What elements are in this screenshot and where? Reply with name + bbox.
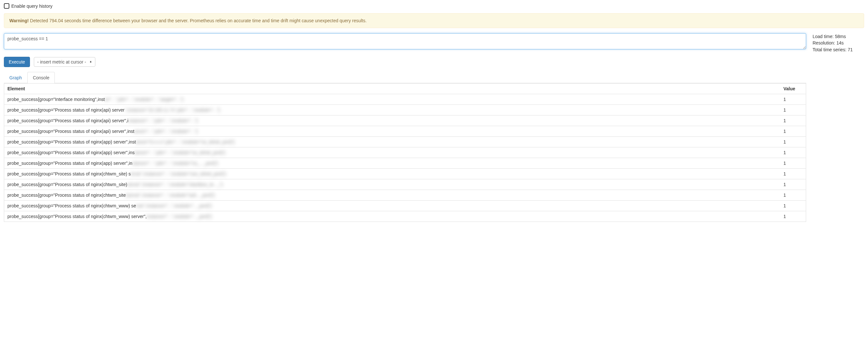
stat-total-series: Total time series: 71 — [813, 47, 864, 53]
element-prefix: probe_success{group="Process status of n… — [7, 118, 128, 123]
element-redacted: nstance="...",job="...",module="..."} — [128, 118, 197, 123]
metric-select[interactable]: - insert metric at cursor - ▲▼ — [34, 57, 96, 67]
element-redacted: )server",instance="...",module="ack..._p… — [126, 193, 215, 198]
element-redacted: a="...",job="...",module="...",target=".… — [105, 97, 183, 102]
value-cell: 1 — [780, 158, 806, 169]
element-redacted: erver",instance="...",module="oox_telnet… — [131, 171, 226, 176]
metric-select-label: - insert metric at cursor - — [37, 59, 86, 64]
element-prefix: probe_success{group="Process status of n… — [7, 203, 136, 208]
value-cell: 1 — [780, 137, 806, 147]
warning-alert: Warning! Detected 794.04 seconds time di… — [4, 13, 864, 28]
element-prefix: probe_success{group="Process status of n… — [7, 129, 134, 134]
enable-history-checkbox[interactable] — [4, 3, 9, 9]
element-cell: probe_success{group="Process status of n… — [4, 147, 780, 158]
table-row: probe_success{group="Process status of n… — [4, 115, 806, 126]
element-cell: probe_success{group="Process status of n… — [4, 211, 780, 222]
table-row: probe_success{group="Process status of n… — [4, 169, 806, 179]
enable-history-label: Enable query history — [11, 4, 53, 9]
element-prefix: probe_success{group="Process status of n… — [7, 150, 135, 155]
table-row: probe_success{group="Process status of n… — [4, 137, 806, 147]
element-cell: probe_success{group="Process status of n… — [4, 179, 780, 190]
query-input[interactable] — [4, 33, 806, 49]
element-prefix: probe_success{group="Process status of n… — [7, 161, 132, 166]
element-redacted: instance="...",module="..._port]"} — [147, 214, 212, 219]
element-cell: probe_success{group="Process status of n… — [4, 158, 780, 169]
warning-text: Detected 794.04 seconds time difference … — [29, 18, 367, 23]
element-cell: probe_success{group="Interface monitorin… — [4, 94, 780, 105]
table-row: probe_success{group="Process status of n… — [4, 201, 806, 211]
element-cell: probe_success{group="Process status of n… — [4, 126, 780, 137]
element-redacted: server",instance="...",module="olackbox_… — [127, 182, 223, 187]
element-prefix: probe_success{group="Process status of n… — [7, 182, 127, 187]
element-redacted: stance="...",job="...",module="ox_..._po… — [132, 161, 218, 166]
table-row: probe_success{group="Process status of n… — [4, 105, 806, 115]
value-cell: 1 — [780, 94, 806, 105]
element-prefix: probe_success{group="Process status of n… — [7, 107, 124, 113]
element-prefix: probe_success{group="Process status of n… — [7, 214, 147, 219]
element-prefix: probe_success{group="Process status of n… — [7, 171, 131, 176]
stat-resolution: Resolution: 14s — [813, 40, 864, 46]
execute-button[interactable]: Execute — [4, 57, 30, 67]
element-prefix: probe_success{group="Interface monitorin… — [7, 97, 105, 102]
element-prefix: probe_success{group="Process status of n… — [7, 139, 136, 144]
value-cell: 1 — [780, 115, 806, 126]
table-row: probe_success{group="Process status of n… — [4, 211, 806, 222]
table-row: probe_success{group="Interface monitorin… — [4, 94, 806, 105]
value-cell: 1 — [780, 147, 806, 158]
value-cell: 1 — [780, 126, 806, 137]
element-cell: probe_success{group="Process status of n… — [4, 137, 780, 147]
table-row: probe_success{group="Process status of n… — [4, 190, 806, 201]
value-cell: 1 — [780, 190, 806, 201]
element-cell: probe_success{group="Process status of n… — [4, 190, 780, 201]
tab-graph[interactable]: Graph — [4, 72, 27, 83]
value-cell: 1 — [780, 179, 806, 190]
warning-strong: Warning! — [9, 18, 29, 23]
element-redacted: rver",instance="...",module="..._port]"} — [136, 203, 212, 208]
value-cell: 1 — [780, 211, 806, 222]
element-cell: probe_success{group="Process status of n… — [4, 105, 780, 115]
col-value-header: Value — [780, 84, 806, 94]
table-row: probe_success{group="Process status of n… — [4, 147, 806, 158]
results-table: Element Value probe_success{group="Inter… — [4, 83, 806, 222]
element-cell: probe_success{group="Process status of n… — [4, 201, 780, 211]
element-cell: probe_success{group="Process status of n… — [4, 115, 780, 126]
query-stats: Load time: 58ms Resolution: 14s Total ti… — [813, 33, 864, 53]
element-redacted: ance="0.x.x.x",job="...",module="ox_teln… — [136, 139, 235, 144]
tabs: Graph Console — [4, 72, 806, 83]
element-redacted: ",instance="10.100.11.7x",job="...",modu… — [124, 107, 220, 113]
element-prefix: probe_success{group="Process status of n… — [7, 193, 126, 198]
col-element-header: Element — [4, 84, 780, 94]
value-cell: 1 — [780, 201, 806, 211]
value-cell: 1 — [780, 105, 806, 115]
table-row: probe_success{group="Process status of n… — [4, 126, 806, 137]
enable-history-row: Enable query history — [4, 3, 864, 9]
element-cell: probe_success{group="Process status of n… — [4, 169, 780, 179]
element-redacted: tance="...",job="...",module="ox_telnet_… — [135, 150, 225, 155]
table-row: probe_success{group="Process status of n… — [4, 179, 806, 190]
tab-console[interactable]: Console — [27, 72, 55, 83]
value-cell: 1 — [780, 169, 806, 179]
element-redacted: ance="...",job="...",module="..."} — [134, 129, 198, 134]
stat-load-time: Load time: 58ms — [813, 33, 864, 40]
table-row: probe_success{group="Process status of n… — [4, 158, 806, 169]
